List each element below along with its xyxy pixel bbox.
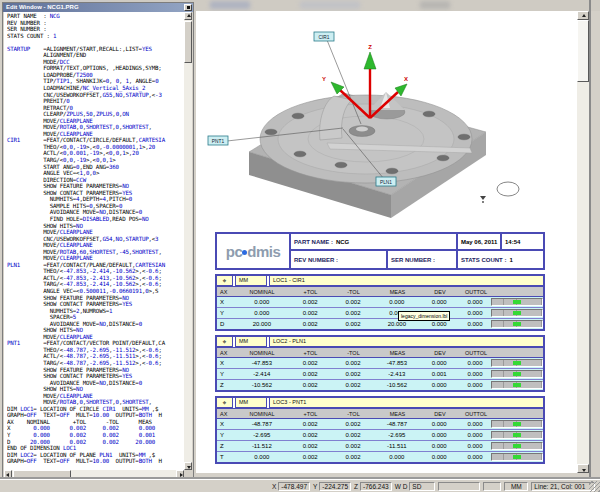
- column-header: +TOL: [289, 289, 332, 295]
- column-header: OUTTOL: [460, 411, 492, 417]
- edit-window-restore-button[interactable]: [184, 4, 192, 11]
- value-cell: -2.695: [235, 432, 289, 438]
- mode-indicator: SD: [409, 482, 435, 491]
- value-cell: 0.002: [332, 321, 375, 327]
- deviation-bar-cell: [491, 370, 543, 378]
- axis-cell: Z: [217, 382, 235, 388]
- edit-horizontal-scrollbar[interactable]: [4, 470, 184, 478]
- vertical-scroll-thumb[interactable]: [577, 20, 589, 82]
- column-header: MEAS: [375, 289, 420, 295]
- scroll-down-button[interactable]: [184, 462, 192, 470]
- dimension-band: ⌖MMLOC1 - CIR1: [217, 276, 543, 287]
- part-name-cell: PART NAME :NCG: [291, 234, 458, 251]
- scroll-left-button[interactable]: [4, 470, 12, 478]
- column-header: NOMINAL: [235, 350, 289, 356]
- deviation-bar-cell: [491, 320, 543, 328]
- value-cell: -2.695: [374, 432, 419, 438]
- dimension-row: Y-2.6950.0020.002-2.6950.0000.000: [217, 430, 543, 441]
- dimension-row: X-48.7870.0020.002-48.7870.0000.000: [217, 419, 543, 430]
- deviation-bar: [491, 420, 543, 428]
- feature-label-text: PLN1: [380, 180, 392, 185]
- edit-code[interactable]: PART NAME : NCGREV NUMBER :SER NUMBER :S…: [7, 13, 183, 469]
- value-cell: 0.002: [332, 454, 375, 460]
- column-header: OUTTOL: [460, 289, 492, 295]
- vertical-scroll-thumb[interactable]: [184, 21, 192, 63]
- edit-window: Edit Window - NCG1.PRG PART NAME : NCGRE…: [2, 2, 194, 480]
- value-cell: 0.001: [419, 371, 459, 377]
- deviation-bar-cell: [491, 298, 543, 306]
- feature-label-cir1[interactable]: CIR1: [314, 32, 334, 41]
- column-header-row: AXNOMINAL+TOL-TOLMEASDEVOUTTOL: [217, 287, 543, 297]
- axis-cell: X: [217, 421, 235, 427]
- value-cell: 0.002: [289, 421, 332, 427]
- column-header: NOMINAL: [235, 289, 289, 295]
- part-center-boss: [356, 127, 368, 132]
- deviation-bar: [491, 453, 543, 461]
- scroll-down-button[interactable]: [577, 464, 589, 473]
- scroll-up-button[interactable]: [184, 12, 192, 20]
- toolbar-blur-artifact: [420, 1, 450, 9]
- value-cell: -10.562: [374, 382, 419, 388]
- edit-window-body: PART NAME : NCGREV NUMBER :SER NUMBER :S…: [4, 12, 192, 478]
- column-header: OUTTOL: [460, 350, 492, 356]
- y-coord-value: -224.275: [319, 482, 351, 491]
- y-coord-label: Y: [313, 483, 317, 490]
- dimension-row: X0.0000.0020.0020.0000.0000.000: [217, 297, 543, 308]
- z-coord-label: Z: [354, 483, 358, 490]
- value-cell: 0.000: [459, 310, 491, 316]
- value-cell: 0.002: [289, 310, 332, 316]
- value-cell: -48.787: [235, 421, 289, 427]
- z-coord-value: -766.243: [360, 482, 392, 491]
- value-cell: -48.787: [374, 421, 419, 427]
- value-cell: 0.000: [459, 432, 491, 438]
- dimension-row: Y-2.4140.0020.002-2.4130.0010.000: [217, 369, 543, 380]
- status-empty-cell: [438, 482, 480, 491]
- y-axis-label: Y: [322, 76, 326, 82]
- horizontal-scroll-thumb[interactable]: [13, 470, 71, 478]
- column-header: -TOL: [332, 350, 375, 356]
- edit-vertical-scrollbar[interactable]: [184, 12, 192, 470]
- value-cell: 0.002: [289, 360, 332, 366]
- feature-label-pln1[interactable]: PLN1: [376, 177, 396, 186]
- units-indicator: MM: [504, 482, 528, 491]
- right-pane-scrollbar[interactable]: [577, 11, 589, 473]
- graphics-3d-view[interactable]: Z X Y CIR1 PNT1 PLN1: [196, 11, 577, 225]
- value-cell: -47.853: [235, 360, 289, 366]
- pcdmis-logo: pcdmis: [217, 234, 291, 268]
- value-cell: 0.000: [235, 310, 289, 316]
- value-cell: 0.000: [459, 454, 491, 460]
- value-cell: 0.002: [289, 321, 332, 327]
- dimension-row: D20.0000.0020.00220.0000.0000.000: [217, 319, 543, 329]
- selection-ellipse: [497, 182, 519, 196]
- value-cell: 20.000: [235, 321, 289, 327]
- value-cell: -2.414: [235, 371, 289, 377]
- deviation-bar: [491, 359, 543, 367]
- z-axis-arrowhead: [364, 52, 376, 69]
- status-bar: X -478.497 Y -224.275 Z -766.243 W D SD …: [0, 479, 600, 492]
- dimension-row: T0.0000.0020.0020.0000.0000.000: [217, 452, 543, 462]
- legacy-dimension-tooltip: legacy_dimension.lbl: [398, 311, 450, 321]
- dimension-title: LOC2 - PLN1: [269, 337, 543, 347]
- scroll-right-button[interactable]: [176, 470, 184, 478]
- edit-window-titlebar[interactable]: Edit Window - NCG1.PRG: [3, 3, 193, 12]
- deviation-bar: [491, 442, 543, 450]
- dimension-row: Z-10.5620.0020.002-10.5620.0000.000: [217, 380, 543, 390]
- value-cell: 0.002: [332, 310, 375, 316]
- position-icon: ⌖: [217, 398, 233, 408]
- value-cell: 0.000: [459, 360, 491, 366]
- resize-grip[interactable]: [589, 481, 600, 492]
- feature-label-pnt1[interactable]: PNT1: [208, 136, 228, 145]
- value-cell: 0.000: [419, 321, 459, 327]
- value-cell: 0.000: [235, 454, 289, 460]
- axis-cell: Y: [217, 432, 235, 438]
- value-cell: 0.000: [419, 360, 459, 366]
- value-cell: -11.512: [235, 443, 289, 449]
- toolbar-blur-artifact: [210, 1, 250, 9]
- axis-cell: Y: [217, 371, 235, 377]
- scroll-up-button[interactable]: [577, 11, 589, 20]
- value-cell: 0.000: [374, 299, 419, 305]
- value-cell: 0.002: [332, 432, 375, 438]
- deviation-bar: [491, 298, 543, 306]
- column-header: AX: [217, 289, 235, 295]
- value-cell: 0.000: [419, 454, 459, 460]
